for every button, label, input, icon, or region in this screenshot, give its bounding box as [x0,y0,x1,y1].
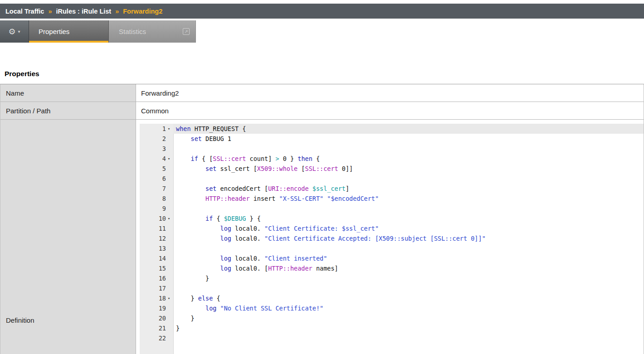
breadcrumb: Local Traffic » iRules : iRule List » Fo… [0,4,644,19]
line-number: 1 [140,124,166,134]
code-line[interactable]: 19 log "No Client SSL Certificate!" [140,303,644,313]
gutter-cell: 6 [140,174,173,184]
line-number: 6 [140,174,166,184]
line-number: 11 [140,223,166,233]
breadcrumb-link-irule-list[interactable]: iRules : iRule List [56,8,112,15]
tab-properties[interactable]: Properties [29,20,109,43]
code-line[interactable]: 3 [140,144,644,154]
line-number: 17 [140,283,166,293]
line-number: 8 [140,194,166,204]
code-text: set DEBUG 1 [173,134,644,144]
fold-arrow-icon[interactable]: ▾ [166,213,172,223]
name-value: Forwarding2 [136,84,644,102]
code-line[interactable]: 4▾ if { [SSL::cert count] > 0 } then { [140,154,644,164]
line-number: 12 [140,233,166,243]
code-line[interactable]: 12 log local0. "Client Certificate Accep… [140,233,644,243]
fold-arrow-icon[interactable]: ▾ [166,154,172,164]
code-text [173,283,644,293]
code-text: } else { [173,293,644,303]
code-text: set encodedCert [URI::encode $ssl_cert] [173,184,644,194]
external-link-icon: ↗ [183,28,190,35]
gutter-cell: 4▾ [140,154,173,164]
gutter-cell: 11 [140,223,173,233]
breadcrumb-link-local-traffic[interactable]: Local Traffic [5,8,44,15]
code-text: if { $DEBUG } { [173,213,644,223]
partition-path-label: Partition / Path [0,102,136,120]
gutter-cell: 7 [140,184,173,194]
line-number: 14 [140,253,166,263]
code-line[interactable]: 17 [140,283,644,293]
table-row-name: Name Forwarding2 [0,84,644,102]
code-line[interactable]: 7 set encodedCert [URI::encode $ssl_cert… [140,184,644,194]
code-line[interactable]: 15 log local0. [HTTP::header names] [140,263,644,273]
name-label: Name [0,84,136,102]
gutter-cell: 22 [140,333,173,343]
code-line[interactable]: 20 } [140,313,644,323]
code-editor-lines: 1▾when HTTP_REQUEST {2 set DEBUG 134▾ if… [140,124,644,343]
definition-label: Definition [0,120,136,354]
gutter-cell: 9 [140,204,173,213]
gutter-cell: 12 [140,233,173,243]
code-text: log local0. "Client Certificate: $ssl_ce… [173,223,644,233]
definition-value-cell: 1▾when HTTP_REQUEST {2 set DEBUG 134▾ if… [136,120,644,354]
code-line[interactable]: 2 set DEBUG 1 [140,134,644,144]
options-menu-button[interactable]: ⚙ ▾ [0,20,29,43]
line-number: 16 [140,273,166,283]
table-row-definition: Definition 1▾when HTTP_REQUEST {2 set DE… [0,120,644,354]
code-text [173,243,644,253]
code-text [173,333,644,343]
line-number: 5 [140,164,166,174]
breadcrumb-separator-icon: » [48,8,52,15]
line-number: 13 [140,243,166,253]
code-line[interactable]: 14 log local0. "Client inserted" [140,253,644,263]
section-title: Properties [5,70,39,78]
line-number: 21 [140,323,166,333]
gutter-cell: 13 [140,243,173,253]
line-number: 3 [140,144,166,154]
chevron-down-icon: ▾ [18,29,20,34]
code-text: if { [SSL::cert count] > 0 } then { [173,154,644,164]
gear-icon: ⚙ [8,28,15,36]
code-line[interactable]: 16 } [140,273,644,283]
code-line[interactable]: 8 HTTP::header insert "X-SSL-CERT" "$enc… [140,194,644,204]
fold-arrow-icon[interactable]: ▾ [166,293,172,303]
line-number: 22 [140,333,166,343]
line-number: 9 [140,204,166,213]
line-number: 2 [140,134,166,144]
code-line[interactable]: 22 [140,333,644,343]
line-number: 20 [140,313,166,323]
gutter-cell: 3 [140,144,173,154]
gutter-cell: 1▾ [140,124,173,134]
code-line[interactable]: 6 [140,174,644,184]
code-text: } [173,273,644,283]
tab-bar: ⚙ ▾ Properties Statistics ↗ [0,20,196,43]
fold-arrow-icon[interactable]: ▾ [166,124,172,134]
line-number: 10 [140,213,166,223]
code-line[interactable]: 1▾when HTTP_REQUEST { [140,124,644,134]
gutter-cell: 10▾ [140,213,173,223]
line-number: 19 [140,303,166,313]
breadcrumb-separator-icon: » [115,8,119,15]
code-text: when HTTP_REQUEST { [173,124,644,134]
gutter-cell: 14 [140,253,173,263]
tab-statistics[interactable]: Statistics ↗ [109,20,196,43]
partition-path-value: Common [136,102,644,120]
code-text: log local0. "Client inserted" [173,253,644,263]
code-line[interactable]: 5 set ssl_cert [X509::whole [SSL::cert 0… [140,164,644,174]
breadcrumb-current-page: Forwarding2 [123,8,162,15]
gutter-cell: 18▾ [140,293,173,303]
code-line[interactable]: 18▾ } else { [140,293,644,303]
properties-table: Name Forwarding2 Partition / Path Common… [0,84,644,354]
code-editor[interactable]: 1▾when HTTP_REQUEST {2 set DEBUG 134▾ if… [140,124,644,354]
code-line[interactable]: 13 [140,243,644,253]
line-number: 18 [140,293,166,303]
code-text [173,144,644,154]
code-line[interactable]: 11 log local0. "Client Certificate: $ssl… [140,223,644,233]
code-text [173,174,644,184]
code-text [173,204,644,213]
gutter-cell: 19 [140,303,173,313]
code-line[interactable]: 21} [140,323,644,333]
code-line[interactable]: 10▾ if { $DEBUG } { [140,213,644,223]
code-line[interactable]: 9 [140,204,644,213]
tab-properties-label: Properties [39,28,69,35]
